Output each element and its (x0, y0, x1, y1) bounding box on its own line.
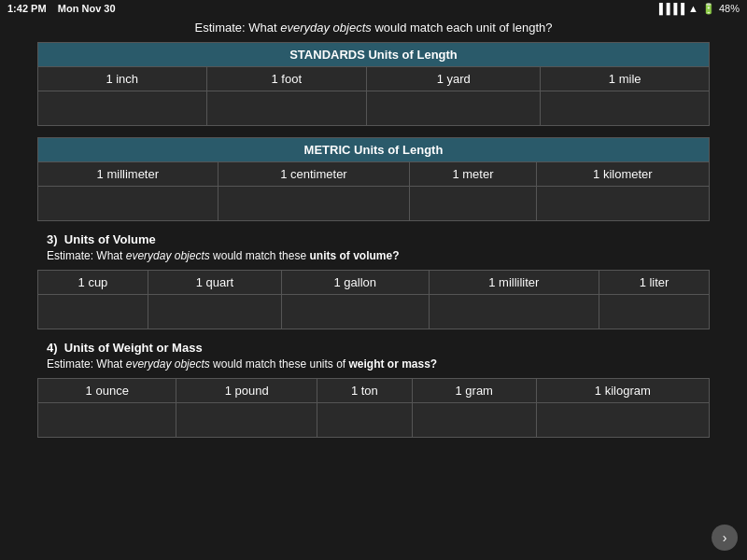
chevron-down-icon: › (723, 530, 727, 545)
weight-unit-1: 1 ounce (38, 379, 176, 403)
volume-empty-3 (281, 295, 429, 329)
weight-unit-2: 1 pound (176, 379, 317, 403)
top-prompt: Estimate: What everyday objects would ma… (37, 21, 710, 35)
content-area: Estimate: What everyday objects would ma… (0, 17, 747, 458)
section-3-title-text: Units of Volume (64, 232, 156, 246)
standard-unit-3: 1 yard (367, 67, 541, 91)
standards-length-table: STANDARDS Units of Length 1 inch 1 foot … (37, 42, 710, 126)
section-4-title: 4) Units of Weight or Mass (47, 341, 710, 355)
metric-length-table: METRIC Units of Length 1 millimeter 1 ce… (37, 137, 710, 221)
section-4-title-text: Units of Weight or Mass (64, 341, 203, 355)
section-3-title: 3) Units of Volume (47, 232, 710, 246)
weight-unit-4: 1 gram (412, 379, 536, 403)
section-3-block: 3) Units of Volume Estimate: What everyd… (37, 232, 710, 329)
volume-empty-4 (429, 295, 599, 329)
metric-empty-4 (536, 187, 709, 221)
weight-units-row: 1 ounce 1 pound 1 ton 1 gram 1 kilogram (38, 379, 710, 403)
battery-icon: 🔋 (702, 3, 715, 15)
status-bar: 1:42 PM Mon Nov 30 ▐▐▐▐ ▲ 🔋 48% (0, 0, 747, 17)
standard-unit-4: 1 mile (541, 67, 710, 91)
volume-unit-4: 1 milliliter (429, 271, 599, 295)
metric-header-cell: METRIC Units of Length (38, 138, 710, 162)
standards-header-cell: STANDARDS Units of Length (38, 43, 710, 67)
metric-unit-4: 1 kilometer (536, 162, 709, 187)
metric-unit-1: 1 millimeter (38, 162, 218, 187)
standards-empty-4 (541, 91, 710, 126)
status-day: Mon Nov 30 (58, 3, 116, 14)
standards-empty-1 (38, 91, 207, 126)
weight-empty-1 (38, 403, 176, 438)
volume-unit-1: 1 cup (38, 271, 148, 295)
metric-unit-3: 1 meter (410, 162, 536, 187)
volume-table: 1 cup 1 quart 1 gallon 1 milliliter 1 li… (37, 270, 710, 329)
metric-empty-1 (38, 187, 218, 221)
weight-table: 1 ounce 1 pound 1 ton 1 gram 1 kilogram (37, 378, 710, 438)
weight-empty-2 (176, 403, 317, 438)
status-icons: ▐▐▐▐ ▲ 🔋 48% (655, 3, 740, 15)
standard-unit-1: 1 inch (38, 67, 207, 91)
standard-unit-2: 1 foot (206, 67, 367, 91)
metric-units-row: 1 millimeter 1 centimeter 1 meter 1 kilo… (38, 162, 710, 187)
status-time: 1:42 PM (7, 3, 47, 14)
section-4-block: 4) Units of Weight or Mass Estimate: Wha… (37, 341, 710, 438)
standards-empty-3 (367, 91, 541, 126)
standards-empty-2 (206, 91, 367, 126)
volume-empty-5 (599, 295, 710, 329)
scroll-down-button[interactable]: › (712, 525, 738, 551)
weight-empty-4 (412, 403, 536, 438)
weight-unit-5: 1 kilogram (536, 379, 709, 403)
metric-unit-2: 1 centimeter (218, 162, 410, 187)
standards-empty-row (38, 91, 710, 126)
weight-empty-5 (536, 403, 709, 438)
volume-unit-2: 1 quart (148, 271, 281, 295)
wifi-icon: ▲ (688, 3, 698, 14)
metric-empty-3 (410, 187, 536, 221)
signal-icon: ▐▐▐▐ (655, 3, 684, 14)
volume-unit-3: 1 gallon (281, 271, 429, 295)
volume-empty-2 (148, 295, 281, 329)
standards-units-row: 1 inch 1 foot 1 yard 1 mile (38, 67, 710, 91)
weight-empty-row (38, 403, 710, 438)
volume-empty-row (38, 295, 710, 329)
volume-unit-5: 1 liter (599, 271, 710, 295)
metric-empty-2 (218, 187, 410, 221)
standards-header-row: STANDARDS Units of Length (38, 43, 710, 67)
weight-empty-3 (317, 403, 412, 438)
volume-units-row: 1 cup 1 quart 1 gallon 1 milliliter 1 li… (38, 271, 710, 295)
metric-empty-row (38, 187, 710, 221)
battery-percent: 48% (719, 3, 740, 14)
volume-empty-1 (38, 295, 148, 329)
weight-unit-3: 1 ton (317, 379, 412, 403)
metric-header-row: METRIC Units of Length (38, 138, 710, 162)
section-3-prompt: Estimate: What everyday objects would ma… (47, 249, 710, 262)
section-4-prompt: Estimate: What everyday objects would ma… (47, 357, 710, 371)
